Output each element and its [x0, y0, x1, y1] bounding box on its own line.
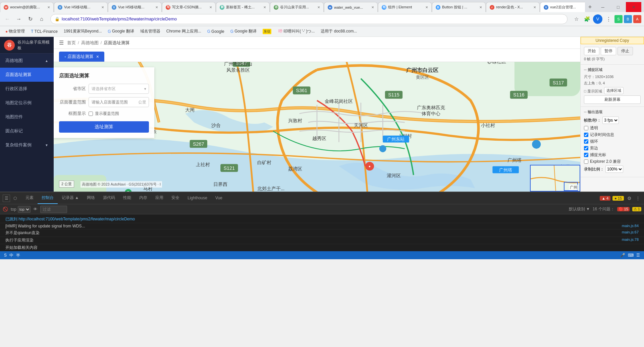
record-time-checkbox[interactable] — [584, 133, 588, 137]
bookmark-star-button[interactable]: ☆ — [572, 14, 581, 24]
browser-tab-t6[interactable]: 谷 谷川山泉子应用... × — [270, 2, 324, 12]
bookmark-dongxin[interactable]: 东信 — [260, 28, 275, 35]
bookmark-google[interactable]: G Google — [205, 28, 227, 35]
eye-icon[interactable]: 👁 — [33, 207, 38, 212]
breadcrumb-home[interactable]: 首页 — [67, 40, 76, 46]
browser-tab-t11[interactable]: V vue2后台管理... × — [540, 2, 585, 12]
scale-select[interactable]: 100% — [605, 165, 623, 173]
more-icon[interactable]: ⋮ — [635, 195, 641, 202]
ext-icon-2[interactable]: B — [624, 15, 632, 23]
console-filter-input[interactable] — [40, 206, 67, 213]
address-bar[interactable]: 🔒 localhost:7100/webTemplate/pms2/fewate… — [50, 14, 568, 24]
start-button[interactable]: 开始 — [584, 47, 599, 55]
breadcrumb-gaode[interactable]: 高德地图 — [81, 40, 99, 46]
devtools-tab-elements[interactable]: 元素 — [21, 192, 38, 204]
transparent-checkbox[interactable] — [584, 126, 588, 130]
bookmark-google-translate[interactable]: G Google 翻译 — [105, 27, 137, 35]
home-button[interactable]: ⌂ — [37, 14, 46, 24]
tab-close-icon[interactable]: × — [371, 5, 374, 9]
devtools-tab-security[interactable]: 安全 — [167, 192, 183, 204]
tab-close-icon[interactable]: × — [209, 5, 212, 9]
browser-tab-t4[interactable]: 写 写文章-CSDN摘... × — [162, 2, 216, 12]
tab-close-icon[interactable]: × — [263, 5, 266, 9]
sidebar-item-district[interactable]: 行政区选择 — [0, 82, 54, 96]
map-background[interactable]: S547 S361 S115 S116 S117 S267 S121 S11 — [54, 62, 580, 192]
console-clear-button[interactable]: 🚫 — [3, 207, 8, 212]
devtools-tab-performance[interactable]: 性能 — [119, 192, 135, 204]
devtools-tab-sources[interactable]: 源代码 — [99, 192, 119, 204]
tab-close-icon[interactable]: × — [479, 5, 482, 9]
devtools-tab-console[interactable]: 控制台 — [38, 192, 58, 204]
bookmark-chrome-store[interactable]: Chrome 网上应用... — [164, 27, 204, 35]
sidebar-item-location[interactable]: 地图定位示例 — [0, 96, 54, 110]
devtools-inspect-icon[interactable]: ⬡ — [11, 195, 19, 202]
svg-text:灌河区: 灌河区 — [387, 173, 401, 178]
close-button[interactable]: ✕ — [626, 2, 641, 12]
devtools-tab-lighthouse[interactable]: Lighthouse — [183, 193, 211, 204]
forward-button[interactable]: → — [14, 14, 23, 24]
context-select[interactable]: top — [18, 206, 31, 213]
sidebar-item-control[interactable]: 地图控件 — [0, 110, 54, 124]
tab-close-icon[interactable]: × — [317, 5, 320, 9]
sidebar-item-gaode[interactable]: 高德地图 ▲ — [0, 54, 54, 68]
devtools-tab-recorder[interactable]: 记录器 ▲ — [58, 192, 83, 204]
cursor-checkbox[interactable] — [584, 153, 588, 157]
pause-button[interactable]: 暂停 — [601, 47, 616, 55]
browser-tab-t7[interactable]: w water_web_vue... × — [324, 2, 378, 12]
browser-tab-t1[interactable]: W wocwin@的摘取... × — [0, 2, 54, 12]
stop-button[interactable]: 停止 — [618, 47, 633, 55]
devtools-tab-network[interactable]: 网络 — [83, 192, 99, 204]
tab-close-icon[interactable]: × — [96, 54, 99, 59]
submit-button[interactable]: 选址测算 — [59, 121, 149, 133]
bookmark-domain[interactable]: 域名管理器 — [138, 27, 163, 35]
settings-button[interactable]: ⋮ — [604, 14, 613, 24]
devtools-toggle-icon[interactable]: ☰ — [3, 195, 10, 202]
tab-close-icon[interactable]: × — [47, 5, 50, 9]
sidebar-item-marker[interactable]: 圆点标记 — [0, 124, 54, 138]
browser-tab-t10[interactable]: r render染色 - X... × — [486, 2, 540, 12]
tab-close-icon[interactable]: × — [425, 5, 428, 9]
settings-icon[interactable]: ⚙ — [626, 195, 633, 202]
minimize-button[interactable]: ─ — [595, 2, 610, 12]
page-tab-store-calc[interactable]: ● 店面选址测算 × — [59, 52, 104, 62]
bookmark-google-translate2[interactable]: G Google 翻译 — [228, 27, 259, 35]
tab-close-icon[interactable]: × — [155, 5, 158, 9]
ext-icon-3[interactable]: A — [633, 15, 641, 23]
bookmark-tcl[interactable]: T TCL-Finance — [28, 28, 60, 35]
tab-close-icon[interactable]: × — [101, 5, 104, 9]
reload-button[interactable]: ↻ — [25, 14, 35, 24]
browser-tab-t3[interactable]: V Vue H5移动顺... × — [108, 2, 162, 12]
browser-tab-t9[interactable]: B Button 按钮 | ... × — [432, 2, 486, 12]
logo-text: 谷川山泉子应用模板 — [17, 40, 50, 51]
bookmark-label: TCL-Finance — [35, 29, 58, 34]
browser-tab-t8[interactable]: 组 组件 | Element × — [378, 2, 432, 12]
console-link[interactable]: http://localhost:7100/webTemplate/pms2/f… — [18, 217, 135, 221]
tab-close-icon[interactable]: × — [533, 5, 536, 9]
menu-icon[interactable]: ☰ — [59, 40, 64, 46]
new-tab-button[interactable]: + — [585, 2, 595, 12]
browser-tab-t5[interactable]: 新 新标签页 - 稀土... × — [216, 2, 270, 12]
province-select[interactable]: 请选择省市区 — [89, 84, 149, 94]
browser-tab-t2[interactable]: V Vue H5移动顺... × — [54, 2, 108, 12]
sidebar-item-store-calc[interactable]: 店面选址测算 — [0, 68, 54, 82]
back-button[interactable]: ← — [3, 14, 12, 24]
fps-select[interactable]: 3 fps — [602, 117, 619, 124]
devtools-tab-vue[interactable]: Vue — [211, 193, 226, 204]
bookmark-doc88[interactable]: 适用于 doc88.com... — [318, 27, 360, 35]
devtools-tab-memory[interactable]: 内存 — [135, 192, 151, 204]
ext-icon-1[interactable]: S — [614, 15, 623, 23]
select-area-button[interactable]: 选择区域 — [604, 87, 624, 94]
refresh-button[interactable]: 刷新屏幕 — [584, 95, 641, 104]
devtools-tab-application[interactable]: 应用 — [151, 192, 167, 204]
extension-puzzle-button[interactable]: 🧩 — [582, 14, 592, 24]
bookmark-property[interactable]: ● 物业管理 — [3, 27, 28, 35]
bookmark-1991[interactable]: 1991黄家筠Beyond... — [61, 27, 104, 35]
maximize-button[interactable]: □ — [610, 2, 626, 12]
explorer-checkbox[interactable] — [584, 159, 588, 164]
bookmark-bilibili[interactable]: 哔 叩哩叫叫( '-' )つ... — [276, 27, 317, 35]
sidebar-item-complex[interactable]: 复杂组件案例 ▼ — [0, 138, 54, 152]
show-coverage-checkbox[interactable] — [89, 112, 93, 116]
profile-button[interactable]: V — [593, 14, 602, 24]
border-checkbox[interactable] — [584, 146, 588, 150]
loop-checkbox[interactable] — [584, 139, 588, 144]
